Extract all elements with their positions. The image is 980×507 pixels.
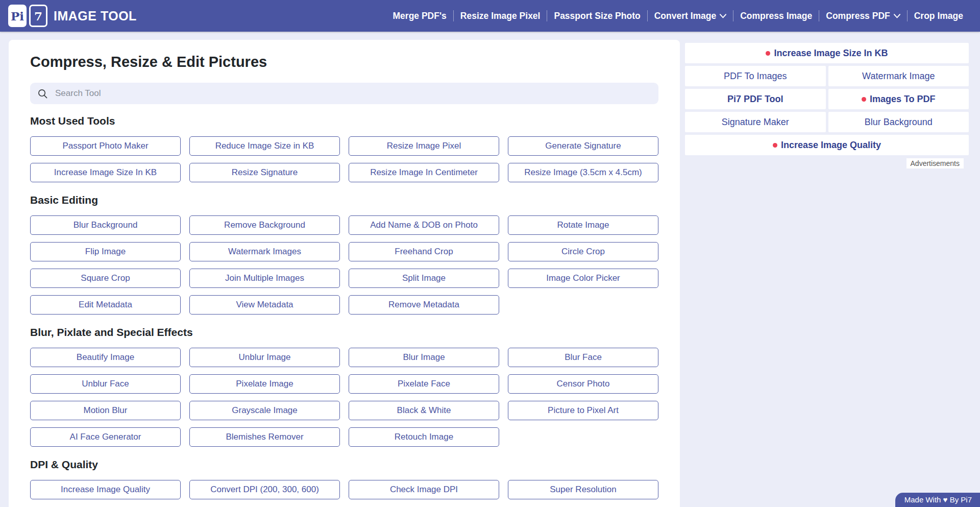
tool-button[interactable]: Increase Image Size In KB bbox=[30, 163, 181, 182]
tool-button[interactable]: Unblur Face bbox=[30, 374, 181, 394]
tool-button[interactable]: Retouch Image bbox=[349, 427, 499, 447]
logo-seven-box: 7 bbox=[29, 5, 47, 27]
tool-button[interactable]: Black & White bbox=[349, 401, 499, 420]
tools-grid: Increase Image QualityConvert DPI (200, … bbox=[30, 480, 658, 499]
page-title: Compress, Resize & Edit Pictures bbox=[30, 53, 658, 70]
logo-pi-box: Pi bbox=[8, 5, 27, 27]
search-icon bbox=[38, 89, 47, 99]
tool-button[interactable]: Picture to Pixel Art bbox=[508, 401, 658, 420]
red-dot-icon bbox=[773, 143, 777, 148]
tool-button[interactable]: Grayscale Image bbox=[189, 401, 340, 420]
section-most-used-tools: Most Used Tools Passport Photo MakerRedu… bbox=[30, 114, 658, 182]
tool-button[interactable]: Flip Image bbox=[30, 242, 181, 261]
sidebar-link-pi7-pdf-tool[interactable]: Pi7 PDF Tool bbox=[685, 89, 826, 109]
nav-crop-image[interactable]: Crop Image bbox=[908, 11, 970, 21]
tool-button[interactable]: Pixelate Image bbox=[189, 374, 340, 394]
tool-button[interactable]: Remove Background bbox=[189, 215, 340, 235]
red-dot-icon bbox=[766, 51, 770, 56]
search-box[interactable] bbox=[30, 83, 658, 104]
tool-button[interactable]: Rotate Image bbox=[508, 215, 658, 235]
tool-button[interactable]: Blemishes Remover bbox=[189, 427, 340, 447]
sidebar-link-watermark-image[interactable]: Watermark Image bbox=[828, 66, 969, 86]
chevron-down-icon bbox=[894, 14, 900, 18]
tool-button[interactable]: AI Face Generator bbox=[30, 427, 181, 447]
tool-button[interactable]: Edit Metadata bbox=[30, 295, 181, 315]
section-heading: Basic Editing bbox=[30, 194, 658, 206]
tools-grid: Blur BackgroundRemove BackgroundAdd Name… bbox=[30, 215, 658, 315]
section-dpi-quality: DPI & Quality Increase Image QualityConv… bbox=[30, 458, 658, 499]
nav-passport-size-photo[interactable]: Passport Size Photo bbox=[547, 11, 647, 21]
sidebar-link-pdf-to-images[interactable]: PDF To Images bbox=[685, 66, 826, 86]
tool-button[interactable]: Super Resolution bbox=[508, 480, 658, 499]
chevron-down-icon bbox=[720, 14, 726, 18]
tool-button[interactable]: Motion Blur bbox=[30, 401, 181, 420]
tools-grid: Beautify ImageUnblur ImageBlur ImageBlur… bbox=[30, 348, 658, 447]
tool-button[interactable]: Pixelate Face bbox=[349, 374, 499, 394]
search-input[interactable] bbox=[54, 88, 651, 99]
sidebar-link-increase-image-quality[interactable]: Increase Image Quality bbox=[685, 135, 969, 155]
tools-grid: Passport Photo MakerReduce Image Size in… bbox=[30, 136, 658, 182]
nav-convert-image-dropdown[interactable]: Convert Image bbox=[648, 11, 733, 21]
tool-button[interactable]: Blur Background bbox=[30, 215, 181, 235]
tool-button[interactable]: Resize Image In Centimeter bbox=[349, 163, 499, 182]
main-card: Compress, Resize & Edit Pictures Most Us… bbox=[9, 40, 680, 507]
tool-button[interactable]: Watermark Images bbox=[189, 242, 340, 261]
tool-button[interactable]: Add Name & DOB on Photo bbox=[349, 215, 499, 235]
tool-button[interactable]: Resize Image Pixel bbox=[349, 136, 499, 156]
section-heading: DPI & Quality bbox=[30, 458, 658, 471]
tool-button[interactable]: Unblur Image bbox=[189, 348, 340, 367]
pi7-logo-icon: Pi 7 bbox=[8, 5, 47, 27]
tool-button[interactable]: Join Multiple Images bbox=[189, 269, 340, 288]
made-with-badge[interactable]: Made With ♥ By Pi7 bbox=[895, 493, 980, 507]
tool-button[interactable]: Check Image DPI bbox=[349, 480, 499, 499]
tool-button[interactable]: Convert DPI (200, 300, 600) bbox=[189, 480, 340, 499]
red-dot-icon bbox=[862, 97, 866, 102]
sidebar-link-blur-background[interactable]: Blur Background bbox=[828, 112, 969, 132]
sidebar-grid: Increase Image Size In KB PDF To Images … bbox=[685, 43, 969, 155]
tool-button[interactable]: Passport Photo Maker bbox=[30, 136, 181, 156]
tool-button[interactable]: View Metadata bbox=[189, 295, 340, 315]
advertisements-label: Advertisements bbox=[906, 158, 964, 168]
nav-compress-image[interactable]: Compress Image bbox=[733, 11, 819, 21]
sidebar: Increase Image Size In KB PDF To Images … bbox=[685, 43, 969, 168]
tool-button[interactable]: Beautify Image bbox=[30, 348, 181, 367]
section-blur-pixlate-effects: Blur, Pixlate and Special Effects Beauti… bbox=[30, 326, 658, 447]
section-basic-editing: Basic Editing Blur BackgroundRemove Back… bbox=[30, 194, 658, 315]
tool-button[interactable]: Split Image bbox=[349, 269, 499, 288]
tool-button[interactable]: Square Crop bbox=[30, 269, 181, 288]
tool-button[interactable]: Increase Image Quality bbox=[30, 480, 181, 499]
sidebar-link-images-to-pdf[interactable]: Images To PDF bbox=[828, 89, 969, 109]
nav-compress-pdf-dropdown[interactable]: Compress PDF bbox=[819, 11, 906, 21]
tool-button[interactable]: Reduce Image Size in KB bbox=[189, 136, 340, 156]
tool-button[interactable]: Censor Photo bbox=[508, 374, 658, 394]
tool-button[interactable]: Freehand Crop bbox=[349, 242, 499, 261]
sidebar-link-signature-maker[interactable]: Signature Maker bbox=[685, 112, 826, 132]
nav-links: Merge PDF's Resize Image Pixel Passport … bbox=[386, 10, 970, 21]
sidebar-link-increase-image-size-in-kb[interactable]: Increase Image Size In KB bbox=[685, 43, 969, 63]
nav-resize-image-pixel[interactable]: Resize Image Pixel bbox=[454, 11, 547, 21]
tool-button[interactable]: Blur Image bbox=[349, 348, 499, 367]
tool-button[interactable]: Image Color Picker bbox=[508, 269, 658, 288]
tool-button[interactable]: Resize Signature bbox=[189, 163, 340, 182]
tool-button[interactable]: Circle Crop bbox=[508, 242, 658, 261]
section-heading: Blur, Pixlate and Special Effects bbox=[30, 326, 658, 339]
brand-title: IMAGE TOOL bbox=[54, 9, 137, 23]
ads-row: Advertisements bbox=[685, 158, 969, 168]
section-heading: Most Used Tools bbox=[30, 114, 658, 127]
tool-button[interactable]: Blur Face bbox=[508, 348, 658, 367]
nav-merge-pdfs[interactable]: Merge PDF's bbox=[386, 11, 453, 21]
navbar: Pi 7 IMAGE TOOL Merge PDF's Resize Image… bbox=[0, 0, 980, 32]
tool-button[interactable]: Generate Signature bbox=[508, 136, 658, 156]
tool-button[interactable]: Resize Image (3.5cm x 4.5cm) bbox=[508, 163, 658, 182]
tool-button[interactable]: Remove Metadata bbox=[349, 295, 499, 315]
brand[interactable]: Pi 7 IMAGE TOOL bbox=[8, 5, 137, 27]
